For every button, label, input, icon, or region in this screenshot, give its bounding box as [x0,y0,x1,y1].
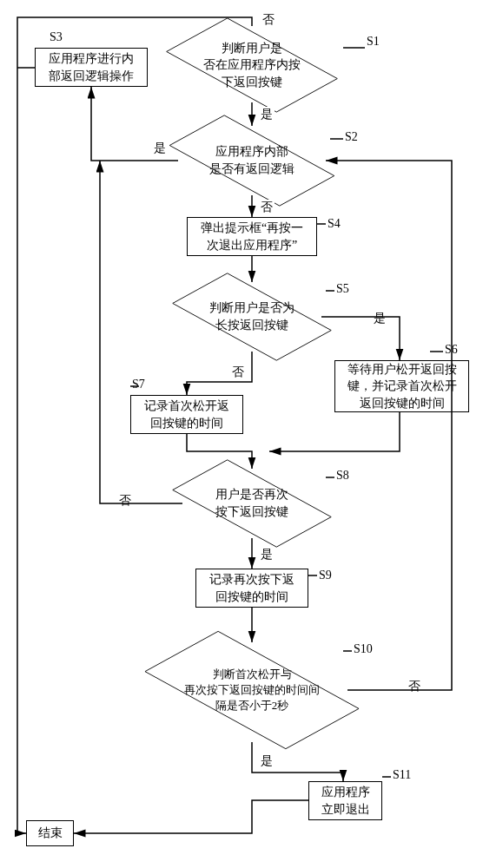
label-s7: S7 [130,378,147,391]
decision-s10: 判断首次松开与再次按下返回按键的时间间隔是否小于2秒 [152,638,352,742]
process-s9: 记录再次按下返回按键的时间 [195,569,308,608]
decision-s8-text: 用户是否再次按下返回按键 [212,486,292,520]
label-s3: S3 [48,30,64,44]
edge-s5-yes: 是 [372,311,387,326]
label-s2: S2 [343,130,360,144]
label-s11: S11 [391,768,413,782]
terminator-end: 结束 [26,820,74,846]
edge-s8-no: 否 [117,493,133,509]
label-s4: S4 [326,217,342,231]
decision-s5-text: 判断用户是否为长按返回按键 [206,299,298,333]
process-s6: 等待用户松开返回按键，并记录首次松开返回按键的时间 [334,360,469,412]
label-s5: S5 [334,282,351,296]
process-s3-text: 应用程序进行内部返回逻辑操作 [49,50,134,84]
process-s7-text: 记录首次松开返回按键的时间 [144,398,229,431]
decision-s1: 判断用户是否在应用程序内按下返回按键 [174,22,330,108]
edge-s2-no: 否 [259,200,275,215]
process-s11-text: 应用程序立即退出 [321,784,370,818]
label-s1: S1 [365,35,381,49]
edge-s1-no: 否 [261,12,276,28]
decision-s2-text: 应用程序内部是否有返回逻辑 [206,143,298,177]
label-s8: S8 [334,469,351,483]
decision-s2: 应用程序内部是否有返回逻辑 [174,122,330,200]
edge-s2-yes: 是 [152,141,168,156]
edge-s10-no: 否 [407,679,422,694]
process-s3: 应用程序进行内部返回逻辑操作 [35,48,148,87]
decision-s10-text: 判断首次松开与再次按下返回按键的时间间隔是否小于2秒 [181,667,323,714]
decision-s5: 判断用户是否为长按返回按键 [178,278,326,356]
edge-s8-yes: 是 [259,547,275,562]
edge-s1-yes: 是 [259,107,275,122]
process-s7: 记录首次松开返回按键的时间 [130,395,243,434]
label-s9: S9 [317,569,334,582]
decision-s8: 用户是否再次按下返回按键 [178,464,326,542]
process-s6-text: 等待用户松开返回按键，并记录首次松开返回按键的时间 [347,361,457,412]
decision-s1-text: 判断用户是否在应用程序内按下返回按键 [200,40,304,91]
process-s4-text: 弹出提示框“再按一次退出应用程序” [201,220,303,253]
edge-s10-yes: 是 [259,753,275,769]
label-s6: S6 [443,343,460,357]
process-s4: 弹出提示框“再按一次退出应用程序” [187,217,317,256]
process-s11: 应用程序立即退出 [308,781,382,820]
edge-s5-no: 否 [230,365,246,380]
label-s10: S10 [352,642,374,656]
process-s9-text: 记录再次按下返回按键的时间 [209,571,294,605]
terminator-end-text: 结束 [38,825,63,842]
